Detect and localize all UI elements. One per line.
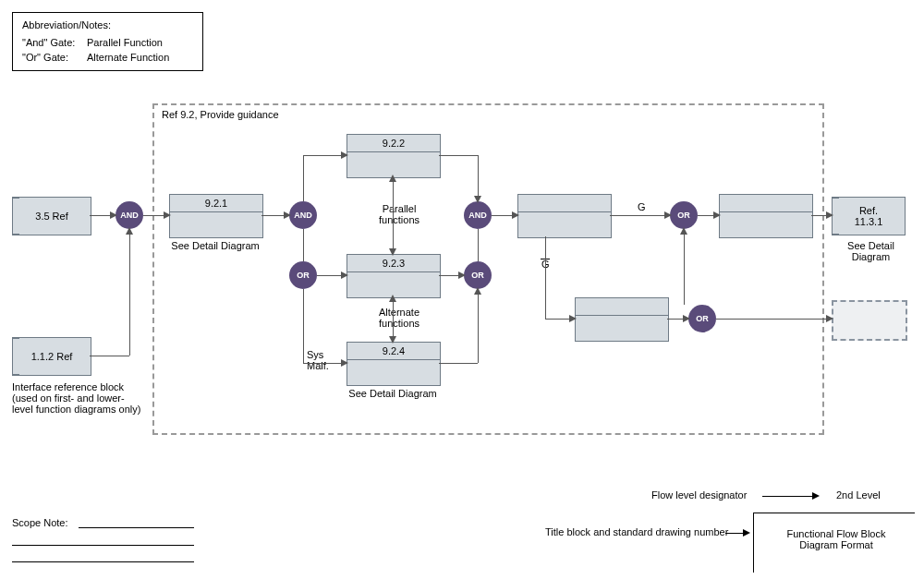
or-gate-tr-label: OR bbox=[677, 211, 690, 220]
title-corner-h bbox=[753, 513, 915, 513]
ffbd-label: Functional Flow Block Diagram Format bbox=[767, 528, 906, 550]
ref-1-1-2-label: 1.1.2 Ref bbox=[31, 351, 73, 362]
ref-11-3-1-label: Ref. 11.3.1 bbox=[855, 205, 883, 227]
ref-3-5-label: 3.5 Ref bbox=[35, 211, 67, 222]
sys-malf-label: Sys Malf. bbox=[307, 349, 329, 371]
flow-designator-label: Flow level designator bbox=[651, 489, 747, 501]
second-level-label: 2nd Level bbox=[836, 489, 881, 501]
func-921-header: 9.2.1 bbox=[170, 195, 262, 212]
ref-block-11-3-1: Ref. 11.3.1 bbox=[832, 197, 906, 235]
func-924-header: 9.2.4 bbox=[347, 343, 440, 360]
func-block-923: 9.2.3 bbox=[346, 254, 441, 298]
and-gate-2-label: AND bbox=[294, 211, 312, 220]
func-block-921: 9.2.1 bbox=[169, 194, 263, 238]
or-gate-lr-label: OR bbox=[696, 314, 709, 323]
ref-block-3-5: 3.5 Ref bbox=[12, 197, 91, 235]
g-label: G bbox=[638, 201, 646, 212]
notes-or-val: Alternate Function bbox=[87, 51, 169, 65]
or-gate-lower-right: OR bbox=[688, 305, 716, 332]
see-detail-right: See Detail Diagram bbox=[827, 240, 915, 262]
blank-block-top bbox=[517, 194, 612, 238]
iface-caption: Interface reference block (used on first… bbox=[12, 381, 160, 415]
alternate-label: Alternate functions bbox=[371, 307, 427, 329]
scope-line-3 bbox=[12, 561, 194, 562]
title-corner-v bbox=[753, 513, 754, 573]
diagram-canvas: Abbreviation/Notes: "And" Gate: Parallel… bbox=[0, 0, 924, 579]
blank-block-right bbox=[719, 194, 813, 238]
and-gate-1-label: AND bbox=[120, 211, 139, 220]
tentative-block bbox=[832, 300, 907, 341]
scope-note-label: Scope Note: bbox=[12, 517, 68, 528]
and-gate-1: AND bbox=[116, 201, 143, 229]
notes-title: Abbreviation/Notes: bbox=[22, 18, 193, 32]
or-gate-top-right: OR bbox=[670, 201, 698, 229]
or-gate-right-label: OR bbox=[471, 271, 484, 280]
parallel-label: Parallel functions bbox=[371, 203, 427, 225]
and-gate-3-label: AND bbox=[468, 211, 487, 220]
or-gate-left: OR bbox=[289, 261, 317, 289]
or-gate-right: OR bbox=[464, 261, 492, 289]
func-block-924: 9.2.4 bbox=[346, 342, 441, 386]
notes-and-key: "And" Gate: bbox=[22, 36, 87, 50]
func-923-header: 9.2.3 bbox=[347, 255, 440, 272]
see-detail-924: See Detail Diagram bbox=[346, 388, 439, 399]
func-922-header: 9.2.2 bbox=[347, 135, 440, 152]
and-gate-3: AND bbox=[464, 201, 492, 229]
notes-or-key: "Or" Gate: bbox=[22, 51, 87, 65]
scope-line-2 bbox=[12, 545, 194, 546]
see-detail-921: See Detail Diagram bbox=[169, 240, 261, 251]
and-gate-2: AND bbox=[289, 201, 317, 229]
notes-and-val: Parallel Function bbox=[87, 36, 163, 50]
notes-box: Abbreviation/Notes: "And" Gate: Parallel… bbox=[12, 12, 203, 71]
func-block-922: 9.2.2 bbox=[346, 134, 441, 178]
title-block-label: Title block and standard drawing number bbox=[545, 526, 728, 537]
ref-block-1-1-2: 1.1.2 Ref bbox=[12, 337, 91, 376]
scope-line-1 bbox=[79, 527, 194, 528]
or-gate-left-label: OR bbox=[297, 271, 310, 280]
guidance-frame-label: Ref 9.2, Provide guidance bbox=[162, 109, 279, 120]
blank-block-lower bbox=[575, 297, 669, 342]
